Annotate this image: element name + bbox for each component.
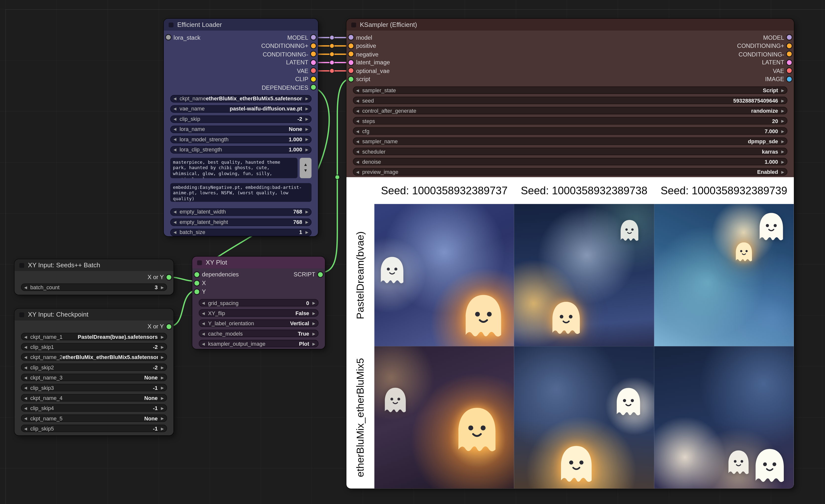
- increment-icon[interactable]: ▶: [305, 210, 308, 214]
- input-slot-latent-image[interactable]: latent_image: [349, 59, 390, 66]
- output-dot-icon[interactable]: [166, 275, 171, 280]
- decrement-icon[interactable]: ◀: [24, 427, 27, 430]
- decrement-icon[interactable]: ◀: [356, 98, 359, 102]
- decrement-icon[interactable]: ◀: [202, 311, 205, 315]
- output-dot-icon[interactable]: [787, 68, 792, 73]
- decrement-icon[interactable]: ◀: [173, 107, 176, 110]
- widget-denoise[interactable]: ◀ denoise 1.000 ▶: [353, 158, 787, 165]
- increment-icon[interactable]: ▶: [161, 416, 164, 420]
- input-slot-dependencies[interactable]: dependencies: [195, 271, 239, 277]
- input-slot-script[interactable]: script: [349, 76, 370, 82]
- widget-clip-skip3[interactable]: ◀ clip_skip3 -1 ▶: [21, 384, 167, 391]
- widget-empty-latent-width[interactable]: ◀ empty_latent_width 768 ▶: [170, 208, 312, 216]
- increment-icon[interactable]: ▶: [161, 345, 164, 349]
- input-dot-icon[interactable]: [349, 60, 354, 65]
- decrement-icon[interactable]: ◀: [202, 321, 205, 325]
- decrement-icon[interactable]: ◀: [173, 117, 176, 121]
- decrement-icon[interactable]: ◀: [356, 160, 359, 163]
- widget-xy-flip[interactable]: ◀ XY_flip False ▶: [199, 309, 318, 317]
- increment-icon[interactable]: ▶: [312, 342, 315, 345]
- output-dot-icon[interactable]: [787, 52, 792, 57]
- decrement-icon[interactable]: ◀: [356, 119, 359, 122]
- widget-y-label-orientation[interactable]: ◀ Y_label_orientation Vertical ▶: [199, 319, 318, 327]
- decrement-icon[interactable]: ◀: [356, 149, 359, 153]
- decrement-icon[interactable]: ◀: [173, 97, 176, 100]
- widget-lora-model-strength[interactable]: ◀ lora_model_strength 1.000 ▶: [170, 136, 312, 143]
- output-slot-conditioning-plus[interactable]: CONDITIONING+: [737, 43, 792, 49]
- increment-icon[interactable]: ▶: [305, 230, 308, 234]
- output-dot-icon[interactable]: [166, 324, 171, 329]
- widget-control-after-generate[interactable]: ◀ control_after_generate randomize ▶: [353, 107, 787, 114]
- increment-icon[interactable]: ▶: [781, 139, 784, 143]
- increment-icon[interactable]: ▶: [781, 119, 784, 122]
- collapse-icon[interactable]: [169, 22, 174, 27]
- output-dot-icon[interactable]: [311, 52, 316, 57]
- input-dot-icon[interactable]: [349, 44, 354, 48]
- widget-clip-skip2[interactable]: ◀ clip_skip2 -2 ▶: [21, 363, 167, 371]
- decrement-icon[interactable]: ◀: [24, 345, 27, 349]
- decrement-icon[interactable]: ◀: [356, 109, 359, 112]
- decrement-icon[interactable]: ◀: [356, 139, 359, 143]
- decrement-icon[interactable]: ◀: [173, 148, 176, 151]
- node-header[interactable]: XY Plot: [192, 257, 325, 268]
- increment-icon[interactable]: ▶: [312, 321, 315, 325]
- widget-ckpt-name-4[interactable]: ◀ ckpt_name_4 None ▶: [21, 394, 167, 401]
- output-slot-image[interactable]: IMAGE: [765, 76, 792, 82]
- output-dot-icon[interactable]: [311, 44, 316, 48]
- increment-icon[interactable]: ▶: [312, 311, 315, 315]
- input-dot-icon[interactable]: [195, 289, 199, 294]
- decrement-icon[interactable]: ◀: [173, 230, 176, 234]
- widget-clip-skip[interactable]: ◀ clip_skip -2 ▶: [170, 115, 312, 122]
- widget-ckpt-name-3[interactable]: ◀ ckpt_name_3 None ▶: [21, 373, 167, 381]
- output-slot-script[interactable]: SCRIPT: [294, 271, 323, 277]
- input-dot-icon[interactable]: [349, 35, 354, 40]
- widget-sampler-name[interactable]: ◀ sampler_name dpmpp_sde ▶: [353, 137, 787, 145]
- increment-icon[interactable]: ▶: [161, 375, 164, 379]
- decrement-icon[interactable]: ◀: [24, 355, 27, 359]
- input-slot-negative[interactable]: negative: [349, 51, 378, 57]
- widget-ckpt-name-2[interactable]: ◀ ckpt_name_2 etherBluMix_etherBluMix5.s…: [21, 353, 167, 361]
- output-slot-vae[interactable]: VAE: [773, 68, 792, 74]
- decrement-icon[interactable]: ◀: [24, 416, 27, 420]
- input-slot-positive[interactable]: positive: [349, 43, 376, 49]
- input-slot-optional-vae[interactable]: optional_vae: [349, 68, 389, 74]
- collapse-icon[interactable]: [19, 312, 24, 317]
- node-header[interactable]: XY Input: Checkpoint: [14, 309, 173, 321]
- input-dot-icon[interactable]: [349, 77, 354, 82]
- output-slot-vae[interactable]: VAE: [297, 68, 316, 74]
- output-slot-dependencies[interactable]: DEPENDENCIES: [262, 84, 316, 90]
- widget-steps[interactable]: ◀ steps 20 ▶: [353, 117, 787, 124]
- output-slot-x-or-y[interactable]: X or Y: [148, 323, 171, 330]
- increment-icon[interactable]: ▶: [781, 160, 784, 163]
- decrement-icon[interactable]: ◀: [24, 396, 27, 400]
- output-slot-conditioning-minus[interactable]: CONDITIONING-: [739, 51, 792, 57]
- input-slot-x[interactable]: X: [195, 280, 206, 286]
- widget-grid-spacing[interactable]: ◀ grid_spacing 0 ▶: [199, 299, 318, 307]
- increment-icon[interactable]: ▶: [161, 365, 164, 369]
- decrement-icon[interactable]: ◀: [173, 127, 176, 131]
- decrement-icon[interactable]: ◀: [202, 331, 205, 335]
- widget-empty-latent-height[interactable]: ◀ empty_latent_height 768 ▶: [170, 218, 312, 226]
- increment-icon[interactable]: ▶: [305, 148, 308, 151]
- decrement-icon[interactable]: ◀: [356, 88, 359, 92]
- node-graph-canvas[interactable]: Efficient Loader lora_stack MODEL CONDIT…: [0, 0, 825, 504]
- text-scroll-spinner[interactable]: ▲ ▼: [300, 158, 312, 178]
- widget-cache-models[interactable]: ◀ cache_models True ▶: [199, 330, 318, 337]
- decrement-icon[interactable]: ◀: [24, 386, 27, 389]
- output-dot-icon[interactable]: [318, 272, 323, 277]
- output-dot-icon[interactable]: [787, 77, 792, 82]
- increment-icon[interactable]: ▶: [161, 396, 164, 400]
- output-slot-model[interactable]: MODEL: [287, 34, 316, 41]
- widget-ckpt-name[interactable]: ◀ ckpt_name etherBluMix_etherBluMix5.saf…: [170, 95, 312, 102]
- output-dot-icon[interactable]: [787, 35, 792, 40]
- output-slot-conditioning-plus[interactable]: CONDITIONING+: [261, 43, 316, 49]
- collapse-icon[interactable]: [351, 22, 356, 27]
- decrement-icon[interactable]: ◀: [202, 301, 205, 305]
- widget-batch-count[interactable]: ◀ batch_count 3 ▶: [21, 283, 167, 291]
- negative-prompt-textarea[interactable]: embedding:EasyNegative.pt, embedding:bad…: [170, 183, 312, 201]
- increment-icon[interactable]: ▶: [781, 129, 784, 133]
- increment-icon[interactable]: ▶: [161, 335, 164, 338]
- decrement-icon[interactable]: ◀: [356, 170, 359, 174]
- input-dot-icon[interactable]: [166, 35, 171, 40]
- input-dot-icon[interactable]: [195, 272, 199, 277]
